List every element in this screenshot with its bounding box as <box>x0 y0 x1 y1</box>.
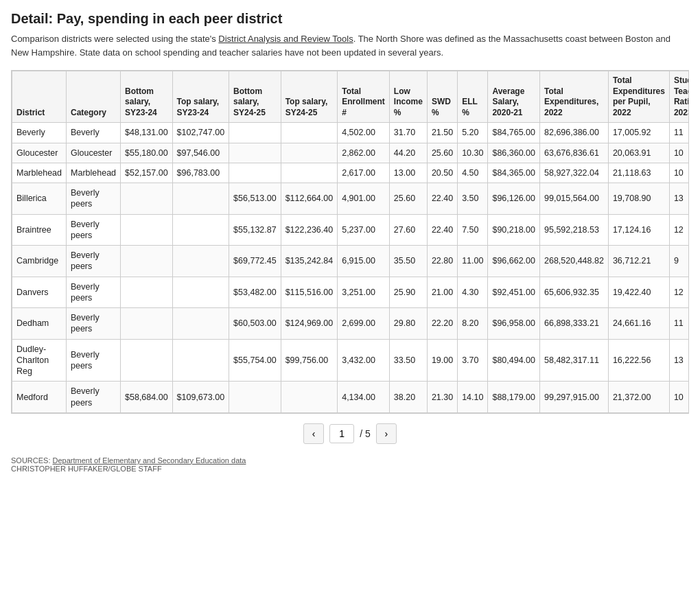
cell-category: Beverly peers <box>67 308 121 340</box>
table-row: MarbleheadMarblehead$52,157.00$96,783.00… <box>12 163 690 183</box>
page-number-input[interactable] <box>329 424 354 443</box>
cell-bottom_salary_sy2324 <box>121 246 173 277</box>
cell-swd_pct: 22.40 <box>427 214 457 246</box>
cell-ell_pct: 7.50 <box>458 214 488 246</box>
cell-district: Cambridge <box>12 246 67 277</box>
cell-bottom_salary_sy2324: $48,131.00 <box>121 123 173 143</box>
cell-top_salary_sy2324: $97,546.00 <box>172 143 229 163</box>
cell-bottom_salary_sy2425 <box>229 382 281 413</box>
col-avg-salary: Average Salary, 2020-21 <box>488 71 540 123</box>
cell-top_salary_sy2425 <box>281 143 338 163</box>
cell-top_salary_sy2324 <box>172 246 229 277</box>
col-total-exp: Total Expenditures, 2022 <box>540 71 609 123</box>
pagination: ‹ / 5 › <box>11 423 689 444</box>
cell-stud_teacher_ratio_202324: 10 <box>669 143 689 163</box>
cell-low_income_pct: 35.50 <box>389 246 427 277</box>
cell-total_exp_per_pupil_2022: 16,222.56 <box>608 339 669 382</box>
cell-total_exp_per_pupil_2022: 24,661.16 <box>608 308 669 340</box>
cell-bottom_salary_sy2425: $53,482.00 <box>229 277 281 308</box>
cell-low_income_pct: 27.60 <box>389 214 427 246</box>
cell-stud_teacher_ratio_202324: 9 <box>669 246 689 277</box>
cell-total_expenditures_2022: 82,696,386.00 <box>540 123 609 143</box>
table-row: DanversBeverly peers$53,482.00$115,516.0… <box>12 277 690 308</box>
cell-category: Marblehead <box>67 163 121 183</box>
cell-total_expenditures_2022: 58,482,317.11 <box>540 339 609 382</box>
col-swd: SWD % <box>427 71 457 123</box>
cell-total_expenditures_2022: 66,898,333.21 <box>540 308 609 340</box>
cell-top_salary_sy2425 <box>281 163 338 183</box>
cell-bottom_salary_sy2324: $55,180.00 <box>121 143 173 163</box>
cell-top_salary_sy2425: $112,664.00 <box>281 183 338 215</box>
cell-total_exp_per_pupil_2022: 20,063.91 <box>608 143 669 163</box>
cell-ell_pct: 3.70 <box>458 339 488 382</box>
cell-bottom_salary_sy2324 <box>121 339 173 382</box>
data-table-wrapper: District Category Bottom salary, SY23-24… <box>11 70 689 414</box>
cell-bottom_salary_sy2324 <box>121 308 173 340</box>
cell-swd_pct: 22.80 <box>427 246 457 277</box>
cell-bottom_salary_sy2425 <box>229 163 281 183</box>
cell-bottom_salary_sy2425 <box>229 123 281 143</box>
cell-category: Beverly <box>67 123 121 143</box>
cell-top_salary_sy2425 <box>281 382 338 413</box>
cell-stud_teacher_ratio_202324: 12 <box>669 277 689 308</box>
cell-stud_teacher_ratio_202324: 11 <box>669 123 689 143</box>
cell-total_expenditures_2022: 99,015,564.00 <box>540 183 609 215</box>
cell-low_income_pct: 29.80 <box>389 308 427 340</box>
col-low-income: Low Income % <box>389 71 427 123</box>
table-row: BraintreeBeverly peers$55,132.87$122,236… <box>12 214 690 246</box>
cell-top_salary_sy2324 <box>172 339 229 382</box>
cell-total_enrollment: 2,699.00 <box>338 308 390 340</box>
cell-total_exp_per_pupil_2022: 21,118.63 <box>608 163 669 183</box>
cell-total_exp_per_pupil_2022: 17,124.16 <box>608 214 669 246</box>
cell-swd_pct: 21.00 <box>427 277 457 308</box>
cell-district: Dudley-Charlton Reg <box>12 339 67 382</box>
cell-top_salary_sy2324 <box>172 214 229 246</box>
cell-ell_pct: 11.00 <box>458 246 488 277</box>
table-header-row: District Category Bottom salary, SY23-24… <box>12 71 690 123</box>
cell-stud_teacher_ratio_202324: 10 <box>669 163 689 183</box>
cell-avg_salary_202021: $88,179.00 <box>488 382 540 413</box>
cell-category: Beverly peers <box>67 246 121 277</box>
cell-bottom_salary_sy2324: $52,157.00 <box>121 163 173 183</box>
cell-total_enrollment: 5,237.00 <box>338 214 390 246</box>
cell-total_exp_per_pupil_2022: 36,712.21 <box>608 246 669 277</box>
cell-district: Gloucester <box>12 143 67 163</box>
cell-ell_pct: 8.20 <box>458 308 488 340</box>
cell-total_enrollment: 2,617.00 <box>338 163 390 183</box>
col-bottom-salary-sy2425: Bottom salary, SY24-25 <box>229 71 281 123</box>
cell-top_salary_sy2425: $99,756.00 <box>281 339 338 382</box>
cell-total_enrollment: 4,502.00 <box>338 123 390 143</box>
cell-district: Billerica <box>12 183 67 215</box>
sources-link[interactable]: Department of Elementary and Secondary E… <box>53 456 246 465</box>
cell-top_salary_sy2324: $96,783.00 <box>172 163 229 183</box>
cell-swd_pct: 22.20 <box>427 308 457 340</box>
cell-avg_salary_202021: $84,365.00 <box>488 163 540 183</box>
cell-total_expenditures_2022: 58,927,322.04 <box>540 163 609 183</box>
cell-bottom_salary_sy2425: $55,754.00 <box>229 339 281 382</box>
cell-ell_pct: 10.30 <box>458 143 488 163</box>
cell-category: Gloucester <box>67 143 121 163</box>
cell-top_salary_sy2425: $115,516.00 <box>281 277 338 308</box>
cell-total_exp_per_pupil_2022: 19,708.90 <box>608 183 669 215</box>
cell-avg_salary_202021: $84,765.00 <box>488 123 540 143</box>
prev-page-button[interactable]: ‹ <box>303 423 324 444</box>
cell-top_salary_sy2324: $109,673.00 <box>172 382 229 413</box>
cell-total_expenditures_2022: 99,297,915.00 <box>540 382 609 413</box>
cell-bottom_salary_sy2425: $69,772.45 <box>229 246 281 277</box>
cell-low_income_pct: 38.20 <box>389 382 427 413</box>
cell-swd_pct: 21.50 <box>427 123 457 143</box>
subtitle: Comparison districts were selected using… <box>11 32 689 59</box>
next-page-button[interactable]: › <box>376 423 397 444</box>
district-tools-link[interactable]: District Analysis and Review Tools <box>218 34 353 44</box>
cell-stud_teacher_ratio_202324: 13 <box>669 339 689 382</box>
cell-district: Braintree <box>12 214 67 246</box>
cell-ell_pct: 4.50 <box>458 163 488 183</box>
cell-avg_salary_202021: $86,360.00 <box>488 143 540 163</box>
table-row: BeverlyBeverly$48,131.00$102,747.004,502… <box>12 123 690 143</box>
cell-total_enrollment: 6,915.00 <box>338 246 390 277</box>
table-row: BillericaBeverly peers$56,513.00$112,664… <box>12 183 690 215</box>
cell-total_enrollment: 3,432.00 <box>338 339 390 382</box>
cell-stud_teacher_ratio_202324: 10 <box>669 382 689 413</box>
cell-total_expenditures_2022: 63,676,836.61 <box>540 143 609 163</box>
cell-bottom_salary_sy2324 <box>121 183 173 215</box>
